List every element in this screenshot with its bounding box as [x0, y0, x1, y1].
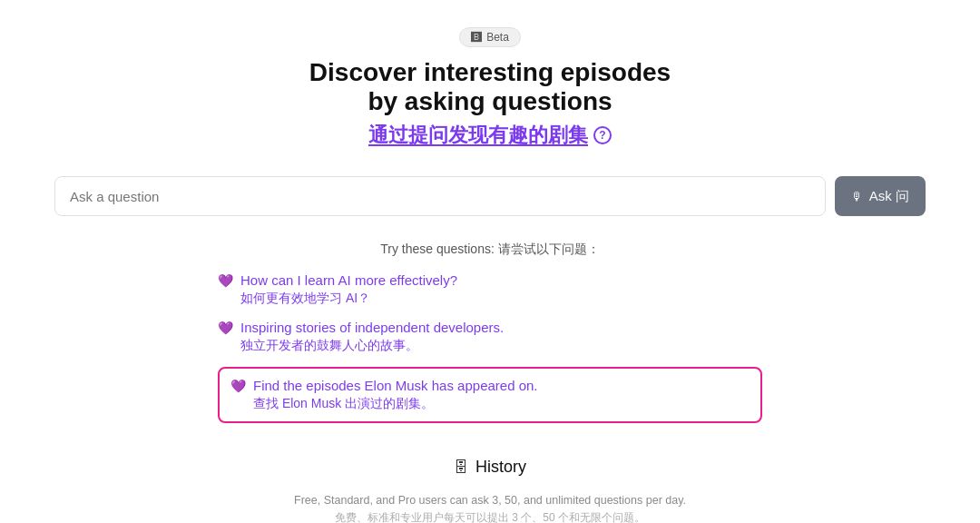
ask-button[interactable]: 🎙 Ask 问 [835, 176, 926, 216]
beta-badge: 🅱 Beta [459, 27, 521, 47]
hero-chinese-text: 通过提问发现有趣的剧集 [368, 122, 588, 149]
footer-line-en: Free, Standard, and Pro users can ask 3,… [294, 494, 686, 507]
beta-label: Beta [486, 31, 509, 44]
help-icon[interactable]: ? [593, 126, 612, 144]
history-label: History [475, 458, 526, 477]
suggestion-icon-1: 💜 [218, 273, 233, 288]
suggestion-row-1: 💜 How can I learn AI more effectively? 如… [218, 272, 762, 307]
suggestion-item-1[interactable]: 💜 How can I learn AI more effectively? 如… [218, 272, 762, 307]
suggestions-section: Try these questions: 请尝试以下问题： 💜 How can … [218, 242, 762, 436]
suggestions-label: Try these questions: 请尝试以下问题： [380, 242, 599, 258]
suggestion-item-3[interactable]: 💜 Find the episodes Elon Musk has appear… [218, 367, 762, 423]
history-icon: 🗄 [454, 459, 468, 476]
suggestion-item-2[interactable]: 💜 Inspiring stories of independent devel… [218, 320, 762, 354]
beta-icon: 🅱 [471, 31, 482, 44]
suggestion-zh-2: 独立开发者的鼓舞人心的故事。 [240, 338, 504, 354]
hero-heading-chinese: 通过提问发现有趣的剧集 ? [368, 122, 612, 149]
footer-text: Free, Standard, and Pro users can ask 3,… [294, 491, 686, 523]
suggestion-zh-3: 查找 Elon Musk 出演过的剧集。 [253, 396, 538, 412]
search-input[interactable] [54, 176, 826, 216]
hero-line1: Discover interesting episodes [309, 58, 671, 87]
footer-line-zh: 免费、标准和专业用户每天可以提出 3 个、50 个和无限个问题。 [294, 509, 686, 523]
suggestion-en-1: How can I learn AI more effectively? [240, 272, 457, 288]
suggestion-text-2: Inspiring stories of independent develop… [240, 320, 504, 354]
hero-line2: by asking questions [309, 87, 671, 116]
suggestion-text-3: Find the episodes Elon Musk has appeared… [253, 378, 538, 412]
history-section[interactable]: 🗄 History [454, 458, 526, 477]
suggestion-row-2: 💜 Inspiring stories of independent devel… [218, 320, 762, 354]
suggestion-icon-3: 💜 [230, 379, 246, 393]
ask-button-label: Ask 问 [869, 188, 909, 205]
page-wrapper: 🅱 Beta Discover interesting episodes by … [0, 0, 980, 523]
suggestion-row-3: 💜 Find the episodes Elon Musk has appear… [230, 378, 750, 412]
suggestion-zh-1: 如何更有效地学习 AI？ [240, 291, 457, 307]
suggestion-en-3: Find the episodes Elon Musk has appeared… [253, 378, 538, 393]
suggestion-en-2: Inspiring stories of independent develop… [240, 320, 504, 335]
suggestion-text-1: How can I learn AI more effectively? 如何更… [240, 272, 457, 307]
search-bar-container: 🎙 Ask 问 [54, 176, 926, 216]
mic-icon: 🎙 [851, 190, 863, 203]
hero-heading: Discover interesting episodes by asking … [309, 58, 671, 116]
suggestion-icon-2: 💜 [218, 321, 233, 335]
